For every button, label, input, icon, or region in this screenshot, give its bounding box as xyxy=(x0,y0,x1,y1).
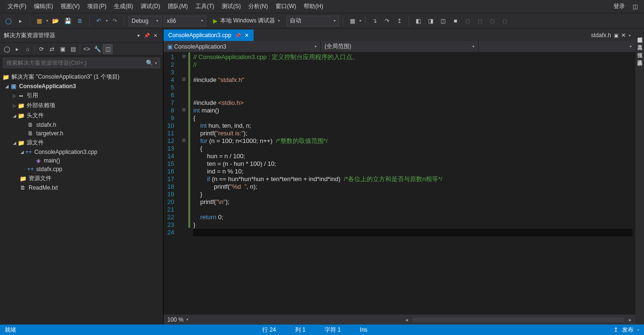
start-mode-combo[interactable]: 自动▾ xyxy=(286,16,339,26)
tool-icon[interactable]: ◻ xyxy=(462,16,473,26)
nav-back-icon[interactable]: ◯ xyxy=(2,44,11,54)
menu-item[interactable]: 测试(S) xyxy=(218,1,245,11)
pin-icon[interactable]: 📌 xyxy=(143,32,151,40)
file-node[interactable]: ◢++ConsoleApplication3.cpp xyxy=(0,148,163,156)
file-node[interactable]: 🗎targetver.h xyxy=(0,129,163,138)
show-all-icon[interactable]: ▤ xyxy=(68,44,78,54)
chevron-down-icon[interactable]: ▾ xyxy=(186,317,188,322)
save-all-icon[interactable]: 🗎 xyxy=(75,16,85,26)
chevron-down-icon[interactable]: ▾ xyxy=(155,61,157,65)
close-icon[interactable]: ✕ xyxy=(621,32,626,39)
vertical-tab[interactable]: 工具箱 xyxy=(635,38,644,44)
function-node[interactable]: ◈main() xyxy=(0,156,163,165)
headers-node[interactable]: ◢📁头文件 xyxy=(0,111,163,121)
code-icon[interactable]: <> xyxy=(82,44,92,54)
menu-item[interactable]: 项目(P) xyxy=(83,1,110,11)
user-icon[interactable]: ◫ xyxy=(630,1,640,12)
new-project-icon[interactable]: ▦ xyxy=(34,16,44,26)
tab-preview[interactable]: stdafx.h ▣ ✕ ▾ xyxy=(586,30,635,41)
search-icon[interactable]: 🔍 xyxy=(146,60,153,66)
scroll-left-icon[interactable]: ◂ xyxy=(405,316,408,323)
tool-icon[interactable]: ◫ xyxy=(438,16,448,26)
tool-icon[interactable]: ■ xyxy=(450,16,460,26)
scroll-right-icon[interactable]: ▸ xyxy=(629,316,632,323)
refresh-icon[interactable]: ⟳ xyxy=(37,44,46,54)
resources-node[interactable]: 📁资源文件 xyxy=(0,173,163,183)
menu-item[interactable]: 分析(N) xyxy=(245,1,272,11)
scope-combo[interactable]: ▣ ConsoleApplication3▾ xyxy=(164,41,321,52)
properties-icon[interactable]: 🔧 xyxy=(92,44,102,54)
search-box[interactable]: 🔍 ▾ xyxy=(3,58,160,68)
solution-node[interactable]: 📁解决方案 "ConsoleApplication3" (1 个项目) xyxy=(0,72,163,82)
forward-icon[interactable]: ▸ xyxy=(15,16,26,26)
open-icon[interactable]: 📂 xyxy=(50,16,61,26)
menu-item[interactable]: 工具(T) xyxy=(192,1,218,11)
dropdown-icon[interactable]: ▾ xyxy=(106,19,108,23)
close-icon[interactable]: ✕ xyxy=(152,32,159,40)
expand-icon[interactable]: ▷ xyxy=(11,103,17,108)
menu-item[interactable]: 视图(V) xyxy=(57,1,83,11)
fold-toggle[interactable]: ⊟ xyxy=(180,136,188,144)
menu-item[interactable]: 团队(M) xyxy=(164,1,192,11)
menu-item[interactable]: 帮助(H) xyxy=(300,1,327,11)
expand-icon[interactable]: ◢ xyxy=(4,84,10,89)
h-scrollbar[interactable] xyxy=(413,317,624,322)
undo-icon[interactable]: ↶ xyxy=(93,16,104,26)
expand-icon[interactable]: ◢ xyxy=(11,113,17,118)
expand-icon[interactable]: ◢ xyxy=(19,150,25,154)
sync-icon[interactable]: ⇄ xyxy=(47,44,57,54)
redo-icon[interactable]: ↷ xyxy=(110,16,120,26)
tab-active[interactable]: ConsoleApplication3.cpp 📌 ✕ xyxy=(164,30,254,41)
menu-item[interactable]: 文件(F) xyxy=(4,1,30,11)
project-node[interactable]: ◢▣ConsoleApplication3 xyxy=(0,82,163,91)
expand-icon[interactable]: ◢ xyxy=(11,141,17,145)
vertical-tab[interactable]: 服务器资源管理器 xyxy=(635,30,644,36)
nav-fwd-icon[interactable]: ▸ xyxy=(12,44,22,54)
tool-icon[interactable]: ◻ xyxy=(487,16,498,26)
menu-item[interactable]: 编辑(E) xyxy=(30,1,57,11)
login-button[interactable]: 登录 xyxy=(609,0,630,12)
menu-item[interactable]: 窗口(W) xyxy=(272,1,300,11)
fold-toggle[interactable]: ⊟ xyxy=(180,52,188,60)
vertical-tab[interactable]: 诊断工具 xyxy=(635,53,644,59)
step-into-icon[interactable]: ↴ xyxy=(369,16,380,26)
config-combo[interactable]: Debug▾ xyxy=(128,16,162,26)
start-debug-button[interactable]: ▶ 本地 Windows 调试器 ▾ xyxy=(208,16,285,26)
chevron-down-icon[interactable]: ▾ xyxy=(629,33,631,38)
fold-toggle[interactable]: ⊟ xyxy=(180,75,188,83)
references-node[interactable]: ▷▪▪引用 xyxy=(0,91,163,101)
close-icon[interactable]: ✕ xyxy=(245,32,249,39)
platform-combo[interactable]: x86▾ xyxy=(164,16,206,26)
panel-menu-icon[interactable]: ▾ xyxy=(134,32,142,40)
pin-icon[interactable]: 📌 xyxy=(235,33,241,38)
tool-icon[interactable]: ◧ xyxy=(413,16,423,26)
tool-icon[interactable]: ◻ xyxy=(500,16,510,26)
file-node[interactable]: 🗎stdafx.h xyxy=(0,121,163,129)
member-combo[interactable]: ▾ xyxy=(479,41,636,52)
menu-item[interactable]: 调试(D) xyxy=(137,1,164,11)
menu-item[interactable]: 生成(B) xyxy=(110,1,137,11)
sources-node[interactable]: ◢📁源文件 xyxy=(0,138,163,148)
tool-icon[interactable]: ◻ xyxy=(475,16,485,26)
search-input[interactable] xyxy=(6,60,146,66)
extdeps-node[interactable]: ▷📁外部依赖项 xyxy=(0,101,163,111)
collapse-icon[interactable]: ▣ xyxy=(58,44,67,54)
file-node[interactable]: 🗎ReadMe.txt xyxy=(0,183,163,192)
code-editor[interactable]: 123456789101112131415161718192021222324 … xyxy=(164,52,635,314)
save-icon[interactable]: 💾 xyxy=(62,16,73,26)
back-icon[interactable]: ◯ xyxy=(3,16,13,26)
expand-icon[interactable]: ▷ xyxy=(11,93,17,98)
dropdown-icon[interactable]: ▾ xyxy=(359,19,361,23)
promote-icon[interactable]: ▣ xyxy=(614,33,618,38)
dropdown-icon[interactable]: ▾ xyxy=(46,19,48,23)
step-out-icon[interactable]: ↥ xyxy=(394,16,405,26)
home-icon[interactable]: ⌂ xyxy=(23,44,32,54)
fold-toggle[interactable]: ⊟ xyxy=(180,106,188,113)
view-icon[interactable]: ◫ xyxy=(103,44,112,54)
vertical-tab[interactable]: 属性 xyxy=(635,46,644,51)
step-over-icon[interactable]: ↷ xyxy=(382,16,392,26)
code-text[interactable]: // ConsoleApplication3.cpp : 定义控制台应用程序的入… xyxy=(190,52,635,314)
type-combo[interactable]: (全局范围)▾ xyxy=(321,41,479,52)
publish-button[interactable]: ↥ 发布 ▾ xyxy=(613,326,639,334)
file-node[interactable]: ++stdafx.cpp xyxy=(0,165,163,173)
